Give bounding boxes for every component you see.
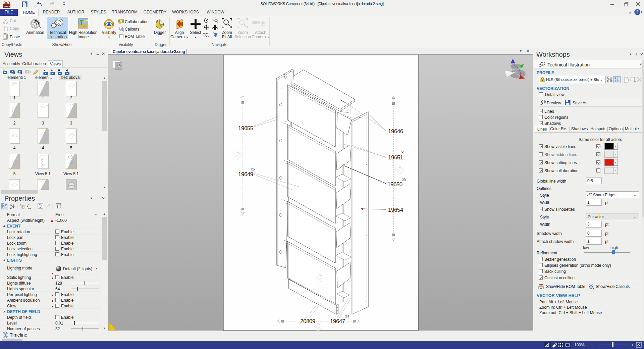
svg-text:19655: 19655	[238, 125, 253, 132]
svg-text:19649: 19649	[238, 171, 253, 178]
svg-text:2018: 2018	[4, 5, 10, 8]
svg-text:x3: x3	[345, 314, 349, 318]
svg-text:20809: 20809	[300, 318, 315, 325]
svg-text:x5: x5	[402, 177, 406, 181]
svg-text:19650: 19650	[387, 181, 402, 188]
svg-text:E: E	[22, 206, 24, 208]
svg-text:x5: x5	[401, 150, 406, 154]
svg-text:x5: x5	[251, 167, 255, 171]
svg-text:?: ?	[636, 10, 638, 14]
svg-text:19651: 19651	[388, 154, 403, 161]
svg-text:19647: 19647	[330, 318, 345, 325]
svg-text:A: A	[614, 77, 616, 80]
svg-text:BOM: BOM	[539, 284, 543, 286]
svg-text:Z: Z	[614, 80, 616, 83]
svg-text:A: A	[10, 203, 12, 206]
svg-text:19646: 19646	[388, 128, 403, 135]
svg-text:Z: Z	[10, 206, 12, 209]
svg-text:19654: 19654	[388, 207, 403, 213]
